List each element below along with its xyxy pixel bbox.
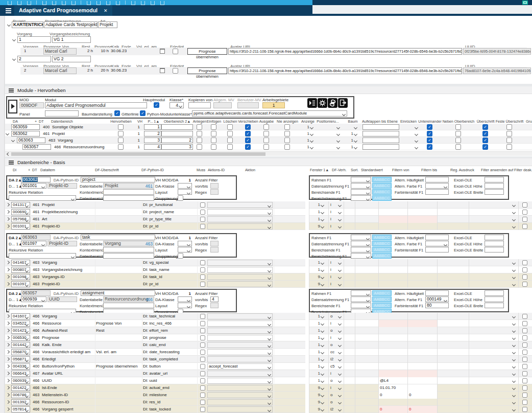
row-expander-icon[interactable] [6, 343, 10, 347]
column-header[interactable]: Ausgabe [259, 119, 274, 124]
bereichstrennung-select[interactable] [351, 195, 371, 201]
altern-farbe-select[interactable]: 000149 [425, 296, 449, 302]
fenster-select[interactable]: 1 [310, 267, 325, 273]
aktions-id-select[interactable] [207, 328, 273, 334]
row-expander-icon[interactable] [6, 357, 10, 361]
toolbar-icon[interactable] [151, 1, 155, 5]
untereinander-checkbox[interactable]: ✓ [427, 124, 432, 130]
fenster-select[interactable]: 1 [310, 378, 325, 384]
aktions-id-select[interactable] [207, 216, 273, 222]
muss-checkbox[interactable] [200, 210, 205, 215]
aktions-id-select[interactable] [207, 349, 273, 355]
farbintensitaet-field[interactable] [425, 189, 449, 195]
df-verh-select[interactable]: cc [330, 349, 343, 355]
column-header[interactable]: Filtern bis [421, 168, 437, 172]
di-id-select[interactable]: 001001 [21, 183, 46, 189]
column-header[interactable]: Einrücken [400, 119, 417, 124]
positionierung-select[interactable] [318, 124, 341, 130]
muss-checkbox[interactable] [200, 282, 205, 287]
muss-checkbox[interactable] [200, 260, 205, 265]
dataitem-id-field[interactable]: 057968 [11, 216, 30, 222]
filter-deak-checkbox[interactable] [522, 267, 527, 272]
filter-anwenden-select[interactable] [470, 267, 517, 273]
di-id-select[interactable]: 060939 [21, 296, 46, 302]
fenster-select[interactable]: 9 [310, 392, 325, 398]
kontextmenu-field[interactable] [103, 247, 154, 253]
oberbereich-field[interactable]: 2 [161, 137, 193, 143]
filter-anwenden-select[interactable] [470, 335, 517, 341]
column-header[interactable]: Aktions-ID [208, 168, 225, 172]
fenster-select[interactable]: 9 [310, 406, 325, 412]
position-field[interactable]: 4 [144, 144, 161, 150]
column-header[interactable]: Aufklappen bis Ebene [362, 119, 398, 124]
da-id-field[interactable]: 063063 [17, 137, 45, 143]
row-expander-icon[interactable] [6, 329, 10, 332]
muss-checkbox[interactable] [200, 274, 205, 280]
panel-field[interactable] [45, 110, 79, 117]
dataitem-id-field[interactable]: 056871 [11, 356, 30, 362]
loeschen-checkbox[interactable] [227, 144, 233, 150]
filter-deak-checkbox[interactable] [522, 282, 527, 287]
aktions-id-select[interactable] [207, 356, 273, 362]
filter-anwenden-select[interactable] [470, 399, 517, 405]
arbeitsgebiete-field[interactable]: 1 [262, 102, 285, 108]
filter-anwenden-select[interactable] [470, 223, 517, 230]
uuid-field[interactable]: 0f23f5be-fd95-004f-8178-132474e8386e [463, 48, 531, 55]
df-verh-select[interactable]: i2 [330, 406, 343, 412]
column-header[interactable]: Positionieru... [317, 119, 339, 124]
toolbar-icon[interactable] [116, 1, 120, 5]
aufklappen-field[interactable] [362, 131, 399, 136]
kontextmenu-field[interactable] [103, 303, 154, 308]
row-expander-icon[interactable] [6, 203, 10, 206]
neben_oberbereich-checkbox[interactable] [455, 131, 461, 136]
fenster-select[interactable]: 1 [310, 209, 325, 215]
row-expander-icon[interactable] [6, 379, 10, 382]
row-expander-icon[interactable] [6, 314, 10, 318]
toolbar-icon[interactable] [52, 1, 56, 5]
column-header[interactable]: Filter anwenden auf [481, 168, 513, 172]
fenster-select[interactable]: 9 [310, 223, 325, 230]
filter-deak-checkbox[interactable] [522, 314, 527, 319]
column-header[interactable]: Gru... [526, 119, 532, 124]
filter-anwenden-select[interactable] [470, 406, 517, 412]
nie_anzeigen-checkbox[interactable] [284, 137, 290, 143]
muss-checkbox[interactable] [200, 217, 205, 222]
vorgang-expander-icon[interactable] [12, 57, 16, 61]
tab-close-icon[interactable]: ✕ [104, 8, 108, 13]
aktions-id-select[interactable] [207, 223, 273, 230]
df-verh-select[interactable]: o [330, 328, 343, 334]
python-unterklasse-checkbox[interactable]: ✓ [140, 110, 146, 116]
column-header[interactable]: Einfügen [207, 119, 221, 124]
anlegen-checkbox[interactable] [197, 131, 202, 136]
excel-ole-breite-field[interactable] [485, 189, 504, 195]
muss-checkbox[interactable] [200, 321, 205, 326]
anlegen-checkbox[interactable] [197, 124, 202, 130]
filter-anwenden-select[interactable] [470, 216, 517, 222]
mod-field[interactable]: 009DOF [19, 102, 44, 108]
da-id-field[interactable]: 063059 [11, 124, 40, 130]
muss-checkbox[interactable] [200, 407, 205, 412]
datensatztrennung-color-field[interactable]: AABBCC [372, 296, 392, 302]
df-verh-select[interactable]: i [330, 209, 343, 215]
rahmen-color-field[interactable]: AABBCC [372, 290, 392, 296]
klasse-select[interactable]: 4 [170, 102, 184, 108]
dataitem-id-field[interactable]: 001442 [11, 342, 30, 348]
einruecken-select[interactable] [401, 137, 419, 144]
calendar-icon[interactable] [160, 49, 165, 54]
column-header[interactable]: Untereinander [418, 119, 442, 124]
einruecken-select[interactable] [401, 144, 419, 150]
column-header[interactable]: Standardwert [361, 168, 383, 172]
muss-checkbox[interactable] [200, 378, 205, 383]
expander-icon[interactable] [11, 139, 15, 142]
row-expander-icon[interactable] [6, 282, 10, 286]
muss-checkbox[interactable] [200, 364, 205, 369]
bereichsende-color-field[interactable]: AABBCC [372, 189, 392, 195]
fenster-select[interactable]: 1 [310, 320, 325, 327]
aktions-id-select[interactable] [207, 385, 273, 391]
toolbar-icon[interactable] [71, 1, 76, 5]
untereinander-checkbox[interactable]: ✓ [427, 144, 432, 150]
positionierung-select[interactable] [318, 131, 341, 137]
vorgang-nr-field[interactable]: 1 [17, 36, 51, 43]
ausgabe-checkbox[interactable] [263, 144, 269, 150]
dataitem-id-field[interactable]: 001422 [11, 385, 30, 391]
